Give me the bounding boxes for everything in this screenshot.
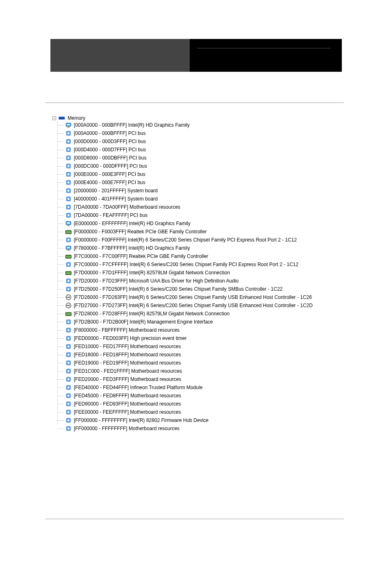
root-label: Memory [68,115,85,121]
tree-item-label: [000D0000 - 000D3FFF] PCI bus [74,139,146,144]
tree-item-label: [FED40000 - FED44FFF] Infineon Trusted P… [74,385,202,390]
chip-icon [65,417,72,424]
tree-root-memory[interactable]: − Memory [52,115,391,121]
tree-item[interactable]: [F7D20000 - F7D23FFF] Microsoft UAA Bus … [65,277,391,285]
chip-icon [65,376,72,383]
tree-item[interactable]: [000D0000 - 000D3FFF] PCI bus [65,137,391,146]
chip-icon [65,401,72,407]
header-left [50,39,190,72]
tree-item-label: [000D8000 - 000DBFFF] PCI bus [74,155,146,161]
tree-item[interactable]: [F7C00000 - F7CFFFFF] Intel(R) 6 Series/… [65,260,391,269]
chip-icon [65,327,72,333]
collapse-icon[interactable]: − [52,116,56,120]
tree-item[interactable]: [000D8000 - 000DBFFF] PCI bus [65,154,391,162]
usb-icon [65,302,72,309]
memory-tree: − Memory [000A0000 - 000BFFFF] Intel(R) … [52,115,391,433]
tree-item[interactable]: [F7D2B000 - F7D2B00F] Intel(R) Managemen… [65,318,391,326]
tree-item[interactable]: [000DC000 - 000DFFFF] PCI bus [65,162,391,170]
tree-item[interactable]: [7DA00000 - FEAFFFFF] PCI bus [65,211,391,219]
svg-rect-3 [61,117,62,119]
chip-icon [65,146,72,153]
header-right [190,39,342,72]
svg-rect-5 [64,117,64,119]
tree-item[interactable]: [FED10000 - FED17FFF] Motherboard resour… [65,342,391,351]
chip-icon [65,196,72,202]
tree-item-label: [FED90000 - FED93FFF] Motherboard resour… [74,401,181,407]
tree-item[interactable]: [FED40000 - FED44FFF] Infineon Trusted P… [65,383,391,392]
tree-item[interactable]: [000A0000 - 000BFFFF] PCI bus [65,129,391,137]
tree-item-label: [F7D2B000 - F7D2B00F] Intel(R) Managemen… [74,319,213,325]
chip-icon [65,351,72,358]
net-icon [65,228,72,235]
tree-item[interactable]: [F7D27000 - F7D273FF] Intel(R) 6 Series/… [65,301,391,310]
tree-item-label: [7DA00000 - FEAFFFFF] PCI bus [74,212,148,218]
chip-icon [65,237,72,243]
tree-item-label: [FF000000 - FFFFFFFF] Intel(R) 82802 Fir… [74,417,209,423]
display-icon [65,245,72,251]
tree-item-label: [7DA00000 - 7DA00FFF] Motherboard resour… [74,204,180,210]
tree-item[interactable]: [F7C00000 - F7C00FFF] Realtek PCIe GBE F… [65,252,391,260]
tree-item-label: [000E4000 - 000E7FFF] PCI bus [74,180,145,185]
tree-item-label: [E0000000 - EFFFFFFF] Intel(R) HD Graphi… [74,221,191,226]
tree-children: [000A0000 - 000BFFFF] Intel(R) HD Graphi… [57,121,391,433]
chip-icon [65,261,72,268]
chip-icon [65,138,72,145]
tree-item[interactable]: [FF000000 - FFFFFFFF] Intel(R) 82802 Fir… [65,416,391,424]
net-icon [65,269,72,276]
tree-item[interactable]: [FED45000 - FED8FFFF] Motherboard resour… [65,392,391,400]
tree-item-label: [F0000000 - F0003FFF] Realtek PCIe GBE F… [74,229,207,235]
tree-item[interactable]: [7DA00000 - 7DA00FFF] Motherboard resour… [65,203,391,211]
tree-item[interactable]: [F7D25000 - F7D250FF] Intel(R) 6 Series/… [65,285,391,293]
header-bar [0,39,391,72]
tree-item[interactable]: [F7D28000 - F7D28FFF] Intel(R) 82579LM G… [65,310,391,318]
tree-item-label: [FED45000 - FED8FFFF] Motherboard resour… [74,393,181,399]
tree-item-label: [F7C00000 - F7CFFFFF] Intel(R) 6 Series/… [74,262,298,267]
tree-item[interactable]: [F8000000 - FBFFFFFF] Motherboard resour… [65,326,391,334]
svg-rect-2 [60,117,61,119]
tree-item-label: [000A0000 - 000BFFFF] Intel(R) HD Graphi… [74,122,190,128]
tree-item[interactable]: [FED90000 - FED93FFF] Motherboard resour… [65,400,391,408]
tree-item[interactable]: [000E4000 - 000E7FFF] PCI bus [65,178,391,187]
tree-item[interactable]: [F7D00000 - F7D1FFFF] Intel(R) 82579LM G… [65,269,391,277]
chip-icon [65,335,72,342]
tree-item-label: [000D4000 - 000D7FFF] PCI bus [74,147,146,153]
tree-item-label: [000A0000 - 000BFFFF] PCI bus [74,130,145,136]
tree-item-label: [FED1C000 - FED1FFFF] Motherboard resour… [74,368,182,374]
tree-item[interactable]: [FED1C000 - FED1FFFF] Motherboard resour… [65,367,391,375]
tree-item[interactable]: [000E0000 - 000E3FFF] PCI bus [65,170,391,178]
divider-bottom [45,519,344,519]
net-icon [65,253,72,260]
tree-item[interactable]: [FEE00000 - FEEFFFFF] Motherboard resour… [65,408,391,416]
chip-icon [65,278,72,284]
chip-icon [65,179,72,186]
tree-item[interactable]: [F7D26000 - F7D263FF] Intel(R) 6 Series/… [65,293,391,301]
chip-icon [65,130,72,137]
tree-item-label: [F8000000 - FBFFFFFF] Motherboard resour… [74,327,180,333]
tree-item-label: [F7D26000 - F7D263FF] Intel(R) 6 Series/… [74,294,312,300]
tree-item[interactable]: [40000000 - 401FFFFF] System board [65,195,391,203]
tree-item-label: [FED00000 - FED003FF] High precision eve… [74,335,186,341]
tree-item[interactable]: [F0000000 - F00FFFFF] Intel(R) 6 Series/… [65,236,391,244]
chip-icon [65,155,72,161]
tree-item-label: [F0000000 - F00FFFFF] Intel(R) 6 Series/… [74,237,297,243]
tree-item-label: [FF000000 - FFFFFFFF] Motherboard resour… [74,426,180,431]
tree-item[interactable]: [FED20000 - FED3FFFF] Motherboard resour… [65,375,391,383]
chip-icon [65,360,72,366]
tree-item[interactable]: [FED18000 - FED18FFF] Motherboard resour… [65,351,391,359]
tree-item-label: [FED19000 - FED19FFF] Motherboard resour… [74,360,181,366]
net-icon [65,310,72,317]
tree-item[interactable]: [000A0000 - 000BFFFF] Intel(R) HD Graphi… [65,121,391,129]
tree-item[interactable]: [F7800000 - F7BFFFFF] Intel(R) HD Graphi… [65,244,391,252]
tree-item[interactable]: [F0000000 - F0003FFF] Realtek PCIe GBE F… [65,228,391,236]
tree-item[interactable]: [000D4000 - 000D7FFF] PCI bus [65,146,391,154]
svg-rect-4 [63,117,64,119]
tree-item[interactable]: [FF000000 - FFFFFFFF] Motherboard resour… [65,424,391,433]
tree-item-label: [FED18000 - FED18FFF] Motherboard resour… [74,352,181,358]
tree-item[interactable]: [20000000 - 201FFFFF] System board [65,187,391,195]
tree-item[interactable]: [FED19000 - FED19FFF] Motherboard resour… [65,359,391,367]
tree-item[interactable]: [E0000000 - EFFFFFFF] Intel(R) HD Graphi… [65,219,391,228]
svg-rect-1 [59,117,60,119]
tree-item[interactable]: [FED00000 - FED003FF] High precision eve… [65,334,391,342]
chip-icon [65,392,72,399]
chip-icon [65,425,72,432]
